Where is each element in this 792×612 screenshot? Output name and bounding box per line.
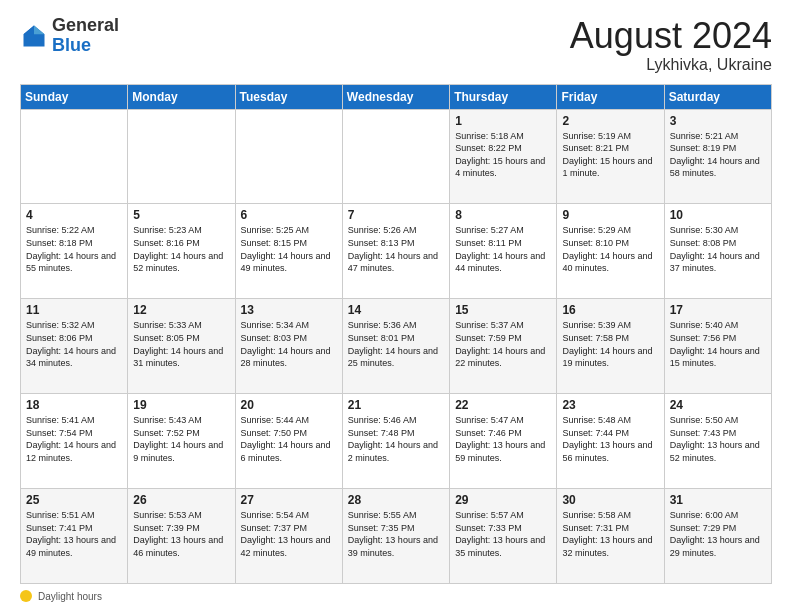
weekday-header-sunday: Sunday [21, 84, 128, 109]
weekday-header-row: SundayMondayTuesdayWednesdayThursdayFrid… [21, 84, 772, 109]
day-cell [21, 109, 128, 204]
day-cell: 3Sunrise: 5:21 AM Sunset: 8:19 PM Daylig… [664, 109, 771, 204]
day-number: 29 [455, 493, 551, 507]
day-info: Sunrise: 5:47 AM Sunset: 7:46 PM Dayligh… [455, 414, 551, 464]
day-cell: 26Sunrise: 5:53 AM Sunset: 7:39 PM Dayli… [128, 489, 235, 584]
day-info: Sunrise: 5:34 AM Sunset: 8:03 PM Dayligh… [241, 319, 337, 369]
day-cell: 16Sunrise: 5:39 AM Sunset: 7:58 PM Dayli… [557, 299, 664, 394]
day-number: 26 [133, 493, 229, 507]
day-number: 6 [241, 208, 337, 222]
svg-marker-2 [24, 25, 35, 34]
logo-general: General [52, 15, 119, 35]
day-info: Sunrise: 5:37 AM Sunset: 7:59 PM Dayligh… [455, 319, 551, 369]
day-cell: 30Sunrise: 5:58 AM Sunset: 7:31 PM Dayli… [557, 489, 664, 584]
footer-label: Daylight hours [38, 591, 102, 602]
weekday-header-thursday: Thursday [450, 84, 557, 109]
day-number: 24 [670, 398, 766, 412]
day-cell: 7Sunrise: 5:26 AM Sunset: 8:13 PM Daylig… [342, 204, 449, 299]
week-row-3: 11Sunrise: 5:32 AM Sunset: 8:06 PM Dayli… [21, 299, 772, 394]
day-cell: 20Sunrise: 5:44 AM Sunset: 7:50 PM Dayli… [235, 394, 342, 489]
weekday-header-friday: Friday [557, 84, 664, 109]
day-number: 9 [562, 208, 658, 222]
day-info: Sunrise: 5:27 AM Sunset: 8:11 PM Dayligh… [455, 224, 551, 274]
day-info: Sunrise: 5:29 AM Sunset: 8:10 PM Dayligh… [562, 224, 658, 274]
day-number: 12 [133, 303, 229, 317]
day-number: 15 [455, 303, 551, 317]
logo-blue: Blue [52, 35, 91, 55]
day-cell: 27Sunrise: 5:54 AM Sunset: 7:37 PM Dayli… [235, 489, 342, 584]
daylight-dot [20, 590, 32, 602]
day-number: 20 [241, 398, 337, 412]
day-number: 10 [670, 208, 766, 222]
logo-icon [20, 22, 48, 50]
day-info: Sunrise: 5:44 AM Sunset: 7:50 PM Dayligh… [241, 414, 337, 464]
day-number: 16 [562, 303, 658, 317]
day-cell: 12Sunrise: 5:33 AM Sunset: 8:05 PM Dayli… [128, 299, 235, 394]
svg-marker-1 [34, 25, 45, 34]
day-cell: 18Sunrise: 5:41 AM Sunset: 7:54 PM Dayli… [21, 394, 128, 489]
day-number: 3 [670, 114, 766, 128]
day-number: 11 [26, 303, 122, 317]
day-number: 13 [241, 303, 337, 317]
day-cell: 4Sunrise: 5:22 AM Sunset: 8:18 PM Daylig… [21, 204, 128, 299]
day-cell: 13Sunrise: 5:34 AM Sunset: 8:03 PM Dayli… [235, 299, 342, 394]
day-info: Sunrise: 5:30 AM Sunset: 8:08 PM Dayligh… [670, 224, 766, 274]
day-info: Sunrise: 6:00 AM Sunset: 7:29 PM Dayligh… [670, 509, 766, 559]
day-info: Sunrise: 5:48 AM Sunset: 7:44 PM Dayligh… [562, 414, 658, 464]
day-number: 1 [455, 114, 551, 128]
day-number: 22 [455, 398, 551, 412]
day-info: Sunrise: 5:58 AM Sunset: 7:31 PM Dayligh… [562, 509, 658, 559]
location: Lykhivka, Ukraine [570, 56, 772, 74]
day-number: 28 [348, 493, 444, 507]
day-cell [342, 109, 449, 204]
header: General Blue August 2024 Lykhivka, Ukrai… [20, 16, 772, 74]
week-row-1: 1Sunrise: 5:18 AM Sunset: 8:22 PM Daylig… [21, 109, 772, 204]
day-cell: 1Sunrise: 5:18 AM Sunset: 8:22 PM Daylig… [450, 109, 557, 204]
day-info: Sunrise: 5:18 AM Sunset: 8:22 PM Dayligh… [455, 130, 551, 180]
weekday-header-saturday: Saturday [664, 84, 771, 109]
weekday-header-wednesday: Wednesday [342, 84, 449, 109]
day-info: Sunrise: 5:23 AM Sunset: 8:16 PM Dayligh… [133, 224, 229, 274]
week-row-4: 18Sunrise: 5:41 AM Sunset: 7:54 PM Dayli… [21, 394, 772, 489]
day-cell: 17Sunrise: 5:40 AM Sunset: 7:56 PM Dayli… [664, 299, 771, 394]
day-info: Sunrise: 5:51 AM Sunset: 7:41 PM Dayligh… [26, 509, 122, 559]
weekday-header-monday: Monday [128, 84, 235, 109]
day-cell: 21Sunrise: 5:46 AM Sunset: 7:48 PM Dayli… [342, 394, 449, 489]
day-info: Sunrise: 5:46 AM Sunset: 7:48 PM Dayligh… [348, 414, 444, 464]
day-info: Sunrise: 5:36 AM Sunset: 8:01 PM Dayligh… [348, 319, 444, 369]
day-cell: 10Sunrise: 5:30 AM Sunset: 8:08 PM Dayli… [664, 204, 771, 299]
calendar-table: SundayMondayTuesdayWednesdayThursdayFrid… [20, 84, 772, 584]
day-cell: 31Sunrise: 6:00 AM Sunset: 7:29 PM Dayli… [664, 489, 771, 584]
day-number: 21 [348, 398, 444, 412]
day-cell: 19Sunrise: 5:43 AM Sunset: 7:52 PM Dayli… [128, 394, 235, 489]
day-info: Sunrise: 5:40 AM Sunset: 7:56 PM Dayligh… [670, 319, 766, 369]
day-info: Sunrise: 5:57 AM Sunset: 7:33 PM Dayligh… [455, 509, 551, 559]
week-row-2: 4Sunrise: 5:22 AM Sunset: 8:18 PM Daylig… [21, 204, 772, 299]
day-info: Sunrise: 5:50 AM Sunset: 7:43 PM Dayligh… [670, 414, 766, 464]
day-cell: 6Sunrise: 5:25 AM Sunset: 8:15 PM Daylig… [235, 204, 342, 299]
day-number: 18 [26, 398, 122, 412]
day-info: Sunrise: 5:54 AM Sunset: 7:37 PM Dayligh… [241, 509, 337, 559]
day-info: Sunrise: 5:33 AM Sunset: 8:05 PM Dayligh… [133, 319, 229, 369]
title-block: August 2024 Lykhivka, Ukraine [570, 16, 772, 74]
day-number: 5 [133, 208, 229, 222]
page: General Blue August 2024 Lykhivka, Ukrai… [0, 0, 792, 612]
logo-text: General Blue [52, 16, 119, 56]
day-info: Sunrise: 5:43 AM Sunset: 7:52 PM Dayligh… [133, 414, 229, 464]
day-cell: 25Sunrise: 5:51 AM Sunset: 7:41 PM Dayli… [21, 489, 128, 584]
day-number: 2 [562, 114, 658, 128]
week-row-5: 25Sunrise: 5:51 AM Sunset: 7:41 PM Dayli… [21, 489, 772, 584]
day-number: 14 [348, 303, 444, 317]
day-cell: 14Sunrise: 5:36 AM Sunset: 8:01 PM Dayli… [342, 299, 449, 394]
day-cell: 24Sunrise: 5:50 AM Sunset: 7:43 PM Dayli… [664, 394, 771, 489]
day-number: 25 [26, 493, 122, 507]
day-info: Sunrise: 5:41 AM Sunset: 7:54 PM Dayligh… [26, 414, 122, 464]
day-cell: 15Sunrise: 5:37 AM Sunset: 7:59 PM Dayli… [450, 299, 557, 394]
day-number: 27 [241, 493, 337, 507]
day-cell [128, 109, 235, 204]
day-info: Sunrise: 5:32 AM Sunset: 8:06 PM Dayligh… [26, 319, 122, 369]
day-number: 23 [562, 398, 658, 412]
day-info: Sunrise: 5:21 AM Sunset: 8:19 PM Dayligh… [670, 130, 766, 180]
day-number: 7 [348, 208, 444, 222]
day-cell [235, 109, 342, 204]
